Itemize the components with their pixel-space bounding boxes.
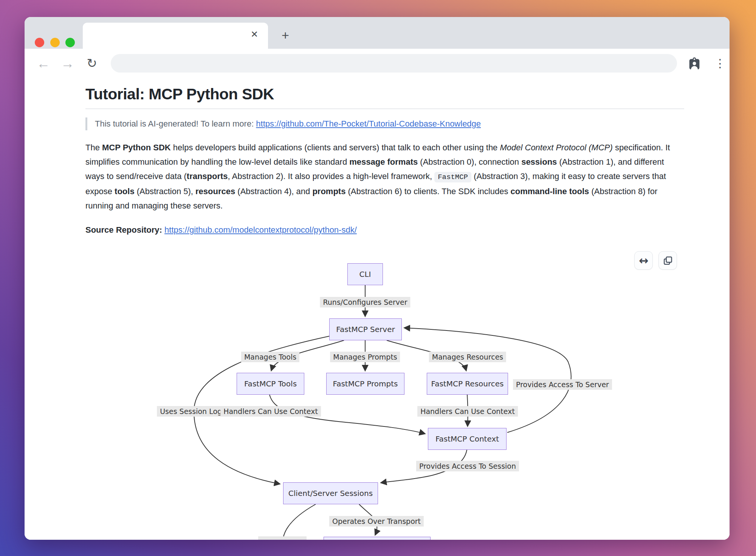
browser-tab[interactable]: ✕	[83, 23, 268, 49]
edge-label-provides-access-to-session: Provides Access To Session	[416, 461, 519, 471]
node-fastmcp-prompts: FastMCP Prompts	[326, 373, 404, 395]
tutorial-codebase-link[interactable]: https://github.com/The-Pocket/Tutorial-C…	[256, 119, 481, 128]
copy-icon	[663, 256, 673, 266]
callout-text: This tutorial is AI-generated! To learn …	[95, 119, 256, 128]
edge-label-handlers-can-use-context-left: Handlers Can Use Context	[220, 406, 321, 417]
edge-label-runs-configures-server: Runs/Configures Server	[320, 297, 410, 307]
expand-arrows-icon: ↔	[639, 254, 648, 267]
edge-label-manages-tools: Manages Tools	[241, 352, 299, 362]
browser-toolbar: ← → ↻ ⋮	[25, 49, 730, 78]
architecture-diagram: CLI FastMCP Server FastMCP Tools FastMCP…	[25, 246, 730, 540]
edge-label-operates-over-transport: Operates Over Transport	[329, 516, 424, 527]
page-title: Tutorial: MCP Python SDK	[85, 85, 684, 103]
node-fastmcp-tools: FastMCP Tools	[237, 373, 304, 395]
source-repository-link[interactable]: https://github.com/modelcontextprotocol/…	[164, 225, 357, 235]
title-divider	[85, 108, 684, 109]
copy-diagram-button[interactable]	[658, 251, 677, 270]
profile-badge-icon[interactable]	[687, 56, 702, 71]
maximize-window-button[interactable]	[65, 38, 75, 47]
edge-sessions-bottomleft	[283, 504, 316, 538]
url-input[interactable]	[111, 54, 677, 73]
edge-label-uses-session-logic: Uses Session Logic	[157, 406, 231, 417]
edge-label-provides-access-to-server: Provides Access To Server	[513, 379, 612, 390]
ai-generated-callout: This tutorial is AI-generated! To learn …	[85, 117, 684, 130]
source-repository-label: Source Repository:	[85, 225, 162, 235]
tab-close-icon[interactable]: ✕	[251, 30, 258, 39]
source-repository-line: Source Repository: https://github.com/mo…	[85, 225, 684, 235]
node-client-server-sessions: Client/Server Sessions	[283, 482, 378, 504]
node-fastmcp-context: FastMCP Context	[428, 428, 507, 450]
node-fastmcp-server: FastMCP Server	[329, 318, 402, 340]
browser-window: ✕ + ← → ↻ ⋮ Tutorial: MCP Python SDK Thi…	[25, 17, 730, 540]
forward-icon[interactable]: →	[59, 49, 76, 78]
edge-label-handlers-can-use-context-right: Handlers Can Use Context	[417, 406, 518, 417]
intro-paragraph: The MCP Python SDK helps developers buil…	[85, 141, 684, 213]
edge-label-manages-prompts: Manages Prompts	[330, 352, 400, 362]
node-cli: CLI	[347, 263, 383, 285]
new-tab-button[interactable]: +	[279, 28, 292, 42]
tab-strip: ✕ +	[25, 17, 730, 49]
node-transport-partial	[324, 537, 431, 540]
reload-icon[interactable]: ↻	[84, 49, 100, 78]
page-content: Tutorial: MCP Python SDK This tutorial i…	[25, 78, 730, 540]
edge-label-manages-resources: Manages Resources	[429, 352, 506, 362]
node-fastmcp-resources: FastMCP Resources	[427, 373, 508, 395]
minimize-window-button[interactable]	[50, 38, 60, 47]
back-icon[interactable]: ←	[35, 49, 52, 78]
edge-label-partial-bottom	[258, 536, 307, 540]
menu-dots-icon[interactable]: ⋮	[713, 49, 727, 78]
close-window-button[interactable]	[35, 38, 44, 47]
expand-diagram-button[interactable]: ↔	[634, 251, 653, 270]
